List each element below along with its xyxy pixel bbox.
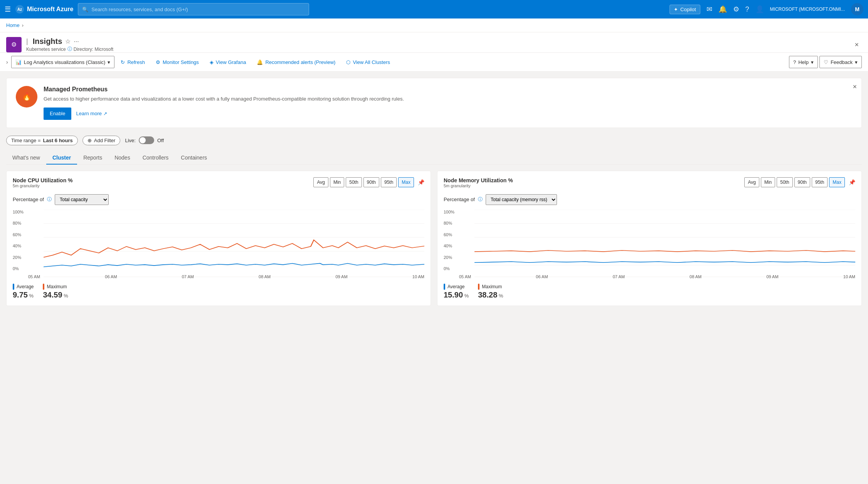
- bell-icon[interactable]: 🔔: [718, 5, 727, 13]
- cpu-max-btn[interactable]: Max: [398, 177, 414, 187]
- feedback-button[interactable]: ♡ Feedback ▾: [819, 56, 862, 68]
- learn-more-button[interactable]: Learn more ↗: [76, 111, 107, 116]
- cpu-max-label: Maximum: [43, 284, 68, 290]
- tab-whats-new[interactable]: What's new: [6, 151, 46, 165]
- memory-max-value: 38.28: [478, 291, 497, 299]
- copilot-button[interactable]: ✦ Copilot: [670, 5, 700, 14]
- memory-chart-title-area: Node Memory Utilization % 5m granularity: [444, 177, 513, 193]
- help-icon[interactable]: ?: [745, 5, 749, 13]
- mem-min-btn[interactable]: Min: [761, 177, 775, 187]
- favorite-icon[interactable]: ☆: [65, 38, 71, 45]
- memory-percentage-label: Percentage of: [444, 197, 475, 202]
- cpu-chart-card: Node CPU Utilization % 5m granularity Av…: [6, 171, 431, 306]
- nav-arrow[interactable]: ›: [6, 59, 8, 65]
- memory-percentage-row: Percentage of ⓘ Total capacity (memory r…: [444, 194, 855, 205]
- cpu-percentage-row: Percentage of ⓘ Total capacity Request L…: [13, 194, 424, 205]
- tab-nodes[interactable]: Nodes: [108, 151, 136, 165]
- cpu-50th-btn[interactable]: 50th: [346, 177, 362, 187]
- memory-avg-value: 15.90: [444, 291, 463, 299]
- search-icon: 🔍: [82, 7, 88, 12]
- breadcrumb-home[interactable]: Home: [6, 22, 20, 28]
- mem-max-btn[interactable]: Max: [829, 177, 845, 187]
- filter-bar: Time range = Last 6 hours ⊕ Add Filter L…: [6, 136, 862, 145]
- time-range-filter[interactable]: Time range = Last 6 hours: [6, 136, 78, 145]
- analytics-icon: 📊: [15, 59, 22, 65]
- managed-prometheus-banner: 🔥 Managed Prometheus Get access to highe…: [6, 78, 862, 128]
- view-dropdown-label: Log Analytics visualizations (Classic): [24, 59, 106, 65]
- help-button[interactable]: ? Help ▾: [789, 56, 818, 68]
- memory-percentage-select[interactable]: Total capacity (memory rss) Total capaci…: [486, 194, 557, 205]
- heart-icon: ♡: [824, 59, 828, 65]
- cpu-percentage-info-icon: ⓘ: [47, 196, 52, 203]
- service-icon: ⚙: [6, 37, 22, 52]
- cpu-min-btn[interactable]: Min: [330, 177, 344, 187]
- avatar[interactable]: M: [851, 3, 863, 15]
- mem-50th-btn[interactable]: 50th: [777, 177, 792, 187]
- copilot-icon: ✦: [674, 7, 678, 12]
- refresh-icon: ↻: [121, 59, 125, 65]
- feedback-icon[interactable]: 👤: [755, 5, 764, 13]
- view-dropdown[interactable]: 📊 Log Analytics visualizations (Classic)…: [11, 56, 115, 68]
- cpu-x-axis: 05 AM 06 AM 07 AM 08 AM 09 AM 10 AM: [28, 274, 424, 279]
- time-range-label: Time range =: [11, 138, 40, 143]
- memory-chart-svg: [459, 210, 855, 279]
- cpu-pin-icon[interactable]: 📌: [418, 179, 424, 185]
- tab-containers[interactable]: Containers: [175, 151, 213, 165]
- account-label[interactable]: MICROSOFT (MICROSOFT.ONMI...: [770, 7, 845, 12]
- azure-logo-icon: Az: [15, 5, 24, 13]
- cpu-percentage-label: Percentage of: [13, 197, 44, 202]
- enable-button[interactable]: Enable: [44, 108, 71, 120]
- cpu-chart-title: Node CPU Utilization %: [13, 177, 73, 183]
- live-toggle[interactable]: [139, 136, 154, 144]
- tab-controllers[interactable]: Controllers: [136, 151, 175, 165]
- cpu-chart-subtitle: 5m granularity: [13, 183, 73, 188]
- monitor-settings-button[interactable]: ⚙ Monitor Settings: [151, 56, 204, 68]
- mem-95th-btn[interactable]: 95th: [812, 177, 828, 187]
- cpu-90th-btn[interactable]: 90th: [363, 177, 379, 187]
- view-all-clusters-button[interactable]: ⬡ View All Clusters: [341, 56, 395, 68]
- cpu-percentage-select[interactable]: Total capacity Request Limit: [55, 194, 109, 205]
- cpu-chart-stats: Average 9.75 % Maximum 34.59 %: [13, 284, 424, 299]
- cpu-chart-controls: Avg Min 50th 90th 95th Max 📌: [313, 177, 424, 187]
- cpu-95th-btn[interactable]: 95th: [381, 177, 397, 187]
- page-title: Insights: [33, 37, 62, 46]
- cpu-chart-title-area: Node CPU Utilization % 5m granularity: [13, 177, 73, 193]
- learn-more-label: Learn more: [76, 111, 101, 116]
- help-label: Help: [798, 59, 809, 65]
- mail-icon[interactable]: ✉: [707, 5, 712, 13]
- tab-reports[interactable]: Reports: [77, 151, 108, 165]
- memory-pin-icon[interactable]: 📌: [849, 179, 855, 185]
- more-options-icon[interactable]: ···: [74, 38, 79, 45]
- view-grafana-button[interactable]: ◈ View Grafana: [205, 56, 251, 68]
- cpu-max-color: [43, 284, 44, 290]
- memory-chart-controls: Avg Min 50th 90th 95th Max 📌: [744, 177, 855, 187]
- recommended-alerts-button[interactable]: 🔔 Recommended alerts (Preview): [252, 56, 340, 68]
- memory-chart-card: Node Memory Utilization % 5m granularity…: [437, 171, 862, 306]
- feedback-label: Feedback: [831, 59, 853, 65]
- search-placeholder: Search resources, services, and docs (G+…: [91, 7, 188, 12]
- banner-close-button[interactable]: ×: [853, 83, 857, 91]
- memory-chart-header: Node Memory Utilization % 5m granularity…: [444, 177, 855, 193]
- search-bar[interactable]: 🔍 Search resources, services, and docs (…: [78, 3, 309, 15]
- memory-chart-subtitle: 5m granularity: [444, 183, 513, 188]
- cpu-avg-value-row: 9.75 %: [13, 291, 34, 299]
- tab-cluster[interactable]: Cluster: [46, 151, 77, 165]
- toggle-knob: [140, 137, 146, 143]
- main-content: 🔥 Managed Prometheus Get access to highe…: [0, 72, 868, 479]
- info-icon: ⓘ: [67, 46, 72, 52]
- refresh-button[interactable]: ↻ Refresh: [116, 56, 150, 68]
- mem-90th-btn[interactable]: 90th: [794, 177, 810, 187]
- help-circle-icon: ?: [793, 59, 796, 65]
- memory-max-color: [478, 284, 479, 290]
- charts-grid: Node CPU Utilization % 5m granularity Av…: [6, 171, 862, 306]
- add-filter-button[interactable]: ⊕ Add Filter: [82, 136, 121, 145]
- settings-icon[interactable]: ⚙: [733, 5, 739, 13]
- help-chevron-icon: ▾: [811, 59, 814, 65]
- cpu-avg-color: [13, 284, 14, 290]
- cpu-avg-btn[interactable]: Avg: [313, 177, 328, 187]
- banner-title: Managed Prometheus: [44, 86, 852, 93]
- menu-icon[interactable]: ☰: [5, 5, 11, 13]
- mem-avg-btn[interactable]: Avg: [744, 177, 759, 187]
- memory-avg-unit: %: [464, 293, 469, 299]
- close-button[interactable]: ×: [851, 39, 862, 50]
